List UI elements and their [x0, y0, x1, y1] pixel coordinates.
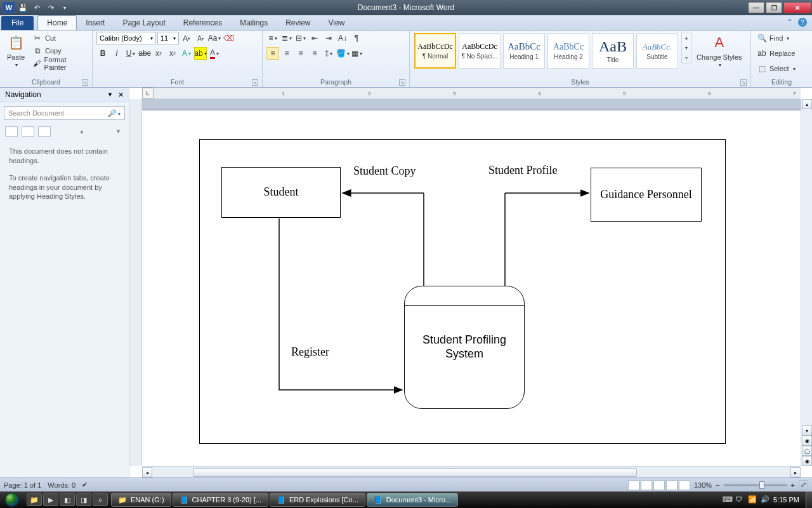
zoom-fit-button[interactable]: ⤢ [799, 480, 808, 490]
tray-lang-icon[interactable]: ⌨ [723, 495, 731, 504]
web-layout-view-button[interactable] [653, 480, 665, 490]
vertical-scrollbar[interactable]: ▴ ▾ ◉ ◯ ◉ [801, 99, 812, 466]
minimize-button[interactable]: — [748, 2, 764, 13]
styles-launcher[interactable]: ↘ [740, 79, 747, 86]
status-words[interactable]: Words: 0 [48, 481, 75, 489]
tab-references[interactable]: References [174, 16, 231, 30]
maximize-button[interactable]: ❐ [766, 2, 782, 13]
scroll-down-button[interactable]: ▾ [802, 425, 812, 436]
outline-view-button[interactable] [666, 480, 678, 490]
taskbar-item[interactable]: 📘CHAPTER 3 (9-20) [... [173, 493, 268, 507]
status-proofing-icon[interactable]: ✔ [82, 481, 88, 489]
grow-font-button[interactable]: A▴ [180, 32, 193, 44]
copy-button[interactable]: ⧉Copy [30, 44, 88, 57]
help-icon[interactable]: ? [798, 18, 807, 27]
style-item[interactable]: AaBbCcHeading 1 [503, 33, 545, 69]
horizontal-scrollbar[interactable]: ◂ ▸ [142, 466, 801, 478]
ql-media-icon[interactable]: ▶ [43, 493, 58, 506]
zoom-in-button[interactable]: + [791, 481, 795, 489]
ql-explorer-icon[interactable]: 📁 [27, 493, 42, 506]
undo-icon[interactable]: ↶ [30, 2, 43, 13]
browse-object-button[interactable]: ◯ [802, 446, 812, 456]
superscript-button[interactable]: x2 [166, 47, 179, 60]
style-item[interactable]: AaBbCcDc¶ No Spaci... [459, 33, 501, 69]
bold-button[interactable]: B [96, 47, 109, 60]
bullets-button[interactable]: ≡▾ [266, 32, 279, 44]
tab-file[interactable]: File [1, 16, 34, 30]
align-center-button[interactable]: ≡ [280, 47, 293, 60]
style-item[interactable]: AaBTitle [592, 33, 634, 69]
style-item[interactable]: AaBbCcHeading 2 [547, 33, 589, 69]
nav-pages-view-button[interactable] [22, 126, 34, 137]
ql-more-icon[interactable]: » [93, 493, 108, 506]
change-styles-button[interactable]: A Change Styles▾ [694, 32, 745, 69]
next-page-button[interactable]: ◉ [802, 456, 812, 466]
tab-view[interactable]: View [320, 16, 354, 30]
nav-headings-view-button[interactable] [5, 126, 18, 137]
draft-view-button[interactable] [679, 480, 690, 490]
font-size-select[interactable]: 11▾ [157, 32, 179, 44]
word-icon[interactable]: W [3, 2, 15, 13]
line-spacing-button[interactable]: ‡▾ [322, 47, 335, 60]
scroll-left-button[interactable]: ◂ [142, 467, 152, 478]
tab-insert[interactable]: Insert [77, 16, 114, 30]
multilevel-button[interactable]: ⊟▾ [294, 32, 307, 44]
font-name-select[interactable]: Calibri (Body)▾ [96, 32, 156, 44]
text-effects-button[interactable]: A▾ [180, 47, 193, 60]
scroll-up-button[interactable]: ▴ [802, 99, 812, 109]
subscript-button[interactable]: x2 [152, 47, 165, 60]
taskbar-item[interactable]: 📘Document3 - Micro... [367, 493, 458, 507]
tab-home[interactable]: Home [37, 15, 77, 30]
zoom-out-button[interactable]: − [716, 481, 719, 489]
scroll-right-button[interactable]: ▸ [790, 467, 801, 478]
style-item[interactable]: AaBbCc.Subtitle [636, 33, 678, 69]
align-right-button[interactable]: ≡ [294, 47, 307, 60]
styles-gallery[interactable]: AaBbCcDc¶ NormalAaBbCcDc¶ No Spaci...AaB… [414, 32, 679, 70]
styles-scroll-down-button[interactable]: ▾ [682, 43, 691, 53]
style-item[interactable]: AaBbCcDc¶ Normal [414, 33, 456, 69]
horizontal-ruler[interactable]: L 1234567 [142, 88, 801, 99]
redo-icon[interactable]: ↷ [44, 2, 57, 13]
document-canvas[interactable]: Student Student Copy Student Profile Gui… [142, 99, 801, 466]
minimize-ribbon-icon[interactable]: ⌃ [787, 18, 793, 27]
print-layout-view-button[interactable] [628, 480, 639, 490]
tab-page-layout[interactable]: Page Layout [114, 16, 174, 30]
align-left-button[interactable]: ≡ [266, 47, 279, 60]
zoom-slider[interactable] [724, 484, 787, 486]
tray-clock[interactable]: 5:15 PM [773, 496, 799, 504]
styles-scroll-up-button[interactable]: ▴ [682, 32, 691, 43]
strikethrough-button[interactable]: abc [138, 47, 151, 60]
shading-button[interactable]: 🪣▾ [336, 47, 349, 60]
format-painter-button[interactable]: 🖌Format Painter [30, 57, 88, 70]
styles-more-button[interactable]: ▿ [682, 53, 691, 63]
sort-button[interactable]: A↓ [336, 32, 349, 44]
shrink-font-button[interactable]: A▾ [194, 32, 207, 44]
hscroll-thumb[interactable] [193, 468, 637, 477]
show-marks-button[interactable]: ¶ [350, 32, 363, 44]
underline-button[interactable]: U▾ [124, 47, 137, 60]
nav-close-icon[interactable]: ✕ [118, 91, 124, 99]
ql-app-icon[interactable]: ◧ [60, 493, 75, 506]
tray-shield-icon[interactable]: 🛡 [735, 495, 744, 504]
decrease-indent-button[interactable]: ⇤ [308, 32, 321, 44]
close-button[interactable]: ✕ [783, 2, 811, 13]
vertical-ruler[interactable] [129, 99, 142, 466]
tab-review[interactable]: Review [277, 16, 319, 30]
full-screen-view-button[interactable] [641, 480, 652, 490]
font-color-button[interactable]: A▾ [208, 47, 221, 60]
clear-formatting-button[interactable]: ⌫ [222, 32, 235, 44]
font-launcher[interactable]: ↘ [252, 79, 258, 86]
find-button[interactable]: 🔍Find▾ [755, 32, 791, 44]
prev-page-button[interactable]: ◉ [802, 436, 812, 446]
paste-button[interactable]: 📋 Paste▾ [4, 32, 28, 69]
taskbar-item[interactable]: 📘ERD Explosions [Co... [270, 493, 365, 507]
replace-button[interactable]: abReplace [755, 47, 797, 60]
tab-mailings[interactable]: Mailings [231, 16, 277, 30]
numbering-button[interactable]: ≣▾ [280, 32, 293, 44]
start-button[interactable] [0, 491, 24, 508]
justify-button[interactable]: ≡ [308, 47, 321, 60]
status-page[interactable]: Page: 1 of 1 [4, 481, 41, 489]
qat-dropdown-icon[interactable]: ▾ [58, 2, 71, 13]
tray-network-icon[interactable]: 📶 [748, 495, 757, 504]
ql-app2-icon[interactable]: ◨ [76, 493, 91, 506]
